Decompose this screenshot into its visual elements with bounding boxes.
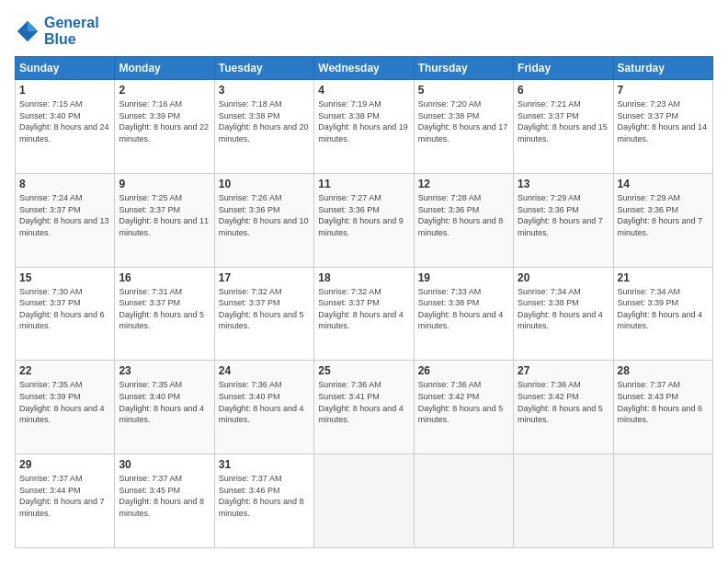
col-header-saturday: Saturday [613, 57, 712, 80]
page: General Blue SundayMondayTuesdayWednesda… [0, 0, 728, 563]
col-header-tuesday: Tuesday [214, 57, 313, 80]
day-info: Sunrise: 7:32 AMSunset: 3:37 PMDaylight:… [318, 286, 409, 332]
day-info: Sunrise: 7:30 AMSunset: 3:37 PMDaylight:… [19, 286, 110, 332]
day-number: 9 [119, 178, 210, 190]
day-info: Sunrise: 7:23 AMSunset: 3:37 PMDaylight:… [618, 98, 709, 144]
day-number: 27 [518, 364, 609, 377]
calendar-cell: 4Sunrise: 7:19 AMSunset: 3:38 PMDaylight… [314, 80, 414, 174]
calendar-cell: 7Sunrise: 7:23 AMSunset: 3:37 PMDaylight… [613, 80, 712, 174]
day-info: Sunrise: 7:35 AMSunset: 3:40 PMDaylight:… [119, 379, 210, 425]
calendar-cell: 30Sunrise: 7:37 AMSunset: 3:45 PMDayligh… [115, 454, 214, 548]
calendar-cell: 26Sunrise: 7:36 AMSunset: 3:42 PMDayligh… [414, 361, 513, 454]
day-number: 6 [518, 84, 609, 97]
calendar-cell: 16Sunrise: 7:31 AMSunset: 3:37 PMDayligh… [115, 267, 214, 361]
day-info: Sunrise: 7:29 AMSunset: 3:36 PMDaylight:… [518, 192, 609, 238]
calendar-cell: 19Sunrise: 7:33 AMSunset: 3:38 PMDayligh… [414, 267, 513, 361]
week-row-2: 8Sunrise: 7:24 AMSunset: 3:37 PMDaylight… [16, 173, 713, 267]
calendar-cell: 1Sunrise: 7:15 AMSunset: 3:40 PMDaylight… [16, 80, 115, 174]
day-info: Sunrise: 7:35 AMSunset: 3:39 PMDaylight:… [19, 379, 110, 425]
col-header-wednesday: Wednesday [314, 57, 414, 80]
svg-marker-1 [28, 20, 38, 30]
calendar-cell [514, 454, 613, 548]
day-info: Sunrise: 7:16 AMSunset: 3:39 PMDaylight:… [119, 98, 210, 144]
calendar-cell: 17Sunrise: 7:32 AMSunset: 3:37 PMDayligh… [214, 267, 313, 361]
col-header-friday: Friday [514, 57, 613, 80]
calendar-cell: 11Sunrise: 7:27 AMSunset: 3:36 PMDayligh… [314, 173, 414, 267]
day-number: 16 [119, 271, 210, 284]
calendar-cell: 28Sunrise: 7:37 AMSunset: 3:43 PMDayligh… [613, 361, 712, 454]
calendar-cell: 20Sunrise: 7:34 AMSunset: 3:38 PMDayligh… [514, 267, 613, 361]
day-info: Sunrise: 7:15 AMSunset: 3:40 PMDaylight:… [19, 98, 110, 144]
calendar-cell: 18Sunrise: 7:32 AMSunset: 3:37 PMDayligh… [314, 267, 414, 361]
day-info: Sunrise: 7:25 AMSunset: 3:37 PMDaylight:… [119, 192, 210, 238]
calendar-cell: 31Sunrise: 7:37 AMSunset: 3:46 PMDayligh… [214, 454, 313, 548]
day-number: 13 [518, 178, 609, 190]
calendar-table: SundayMondayTuesdayWednesdayThursdayFrid… [15, 56, 713, 548]
day-number: 5 [418, 84, 509, 97]
calendar-body: 1Sunrise: 7:15 AMSunset: 3:40 PMDaylight… [16, 80, 713, 548]
calendar-cell [613, 454, 712, 548]
logo: General Blue [15, 15, 99, 47]
day-info: Sunrise: 7:28 AMSunset: 3:36 PMDaylight:… [418, 192, 509, 238]
day-number: 29 [19, 458, 110, 471]
day-number: 22 [19, 364, 110, 377]
calendar-header-row: SundayMondayTuesdayWednesdayThursdayFrid… [16, 57, 713, 80]
day-number: 18 [318, 271, 409, 284]
day-info: Sunrise: 7:36 AMSunset: 3:41 PMDaylight:… [318, 379, 409, 425]
day-info: Sunrise: 7:37 AMSunset: 3:45 PMDaylight:… [119, 473, 210, 519]
day-info: Sunrise: 7:33 AMSunset: 3:38 PMDaylight:… [418, 286, 509, 332]
day-info: Sunrise: 7:27 AMSunset: 3:36 PMDaylight:… [318, 192, 409, 238]
calendar-cell: 3Sunrise: 7:18 AMSunset: 3:38 PMDaylight… [214, 80, 313, 174]
day-number: 15 [19, 271, 110, 284]
day-number: 7 [618, 84, 709, 97]
day-info: Sunrise: 7:26 AMSunset: 3:36 PMDaylight:… [219, 192, 310, 238]
day-info: Sunrise: 7:34 AMSunset: 3:39 PMDaylight:… [618, 286, 709, 332]
day-number: 25 [318, 364, 409, 377]
calendar-cell: 22Sunrise: 7:35 AMSunset: 3:39 PMDayligh… [16, 361, 115, 454]
week-row-3: 15Sunrise: 7:30 AMSunset: 3:37 PMDayligh… [16, 267, 713, 361]
calendar-cell: 12Sunrise: 7:28 AMSunset: 3:36 PMDayligh… [414, 173, 513, 267]
day-number: 24 [219, 364, 310, 377]
day-number: 4 [318, 84, 409, 97]
calendar-cell: 5Sunrise: 7:20 AMSunset: 3:38 PMDaylight… [414, 80, 513, 174]
day-info: Sunrise: 7:29 AMSunset: 3:36 PMDaylight:… [618, 192, 709, 238]
logo-icon [15, 18, 40, 44]
day-info: Sunrise: 7:20 AMSunset: 3:38 PMDaylight:… [418, 98, 509, 144]
day-info: Sunrise: 7:18 AMSunset: 3:38 PMDaylight:… [219, 98, 310, 144]
week-row-1: 1Sunrise: 7:15 AMSunset: 3:40 PMDaylight… [16, 80, 713, 174]
calendar-cell: 27Sunrise: 7:36 AMSunset: 3:42 PMDayligh… [514, 361, 613, 454]
col-header-thursday: Thursday [414, 57, 513, 80]
day-number: 17 [219, 271, 310, 284]
calendar-cell [414, 454, 513, 548]
day-info: Sunrise: 7:36 AMSunset: 3:42 PMDaylight:… [518, 379, 609, 425]
calendar-cell: 6Sunrise: 7:21 AMSunset: 3:37 PMDaylight… [514, 80, 613, 174]
calendar-cell: 23Sunrise: 7:35 AMSunset: 3:40 PMDayligh… [115, 361, 214, 454]
day-info: Sunrise: 7:37 AMSunset: 3:44 PMDaylight:… [19, 473, 110, 519]
day-info: Sunrise: 7:34 AMSunset: 3:38 PMDaylight:… [518, 286, 609, 332]
calendar-cell [314, 454, 414, 548]
day-info: Sunrise: 7:37 AMSunset: 3:46 PMDaylight:… [219, 473, 310, 519]
day-number: 1 [19, 84, 110, 97]
day-number: 11 [318, 178, 409, 190]
calendar-cell: 29Sunrise: 7:37 AMSunset: 3:44 PMDayligh… [16, 454, 115, 548]
day-number: 20 [518, 271, 609, 284]
day-number: 19 [418, 271, 509, 284]
day-info: Sunrise: 7:24 AMSunset: 3:37 PMDaylight:… [19, 192, 110, 238]
day-number: 31 [219, 458, 310, 471]
calendar-cell: 10Sunrise: 7:26 AMSunset: 3:36 PMDayligh… [214, 173, 313, 267]
day-number: 10 [219, 178, 310, 190]
day-number: 14 [618, 178, 709, 190]
logo-text: General Blue [44, 15, 99, 47]
col-header-monday: Monday [115, 57, 214, 80]
day-info: Sunrise: 7:36 AMSunset: 3:42 PMDaylight:… [418, 379, 509, 425]
day-info: Sunrise: 7:36 AMSunset: 3:40 PMDaylight:… [219, 379, 310, 425]
col-header-sunday: Sunday [16, 57, 115, 80]
day-number: 12 [418, 178, 509, 190]
calendar-cell: 13Sunrise: 7:29 AMSunset: 3:36 PMDayligh… [514, 173, 613, 267]
calendar-cell: 8Sunrise: 7:24 AMSunset: 3:37 PMDaylight… [16, 173, 115, 267]
day-info: Sunrise: 7:31 AMSunset: 3:37 PMDaylight:… [119, 286, 210, 332]
calendar-cell: 14Sunrise: 7:29 AMSunset: 3:36 PMDayligh… [613, 173, 712, 267]
day-number: 30 [119, 458, 210, 471]
calendar-cell: 24Sunrise: 7:36 AMSunset: 3:40 PMDayligh… [214, 361, 313, 454]
calendar-cell: 21Sunrise: 7:34 AMSunset: 3:39 PMDayligh… [613, 267, 712, 361]
